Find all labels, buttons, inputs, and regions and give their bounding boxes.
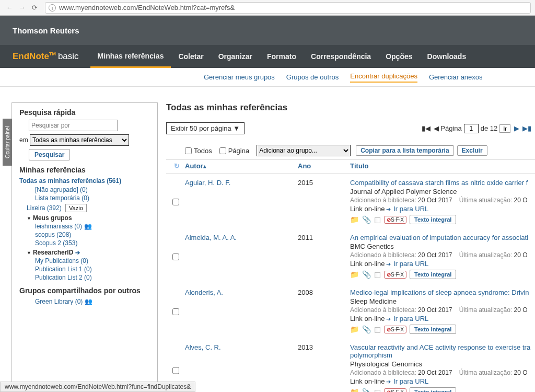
address-bar[interactable]: i www.myendnoteweb.com/EndNoteWeb.html?c… bbox=[45, 2, 531, 14]
search-button[interactable]: Pesquisar bbox=[29, 149, 70, 160]
subnav-find-duplicates[interactable]: Encontrar duplicações bbox=[350, 72, 417, 83]
first-page-icon[interactable]: ▮◀ bbox=[422, 124, 431, 132]
empty-trash-button[interactable]: Vazio bbox=[65, 204, 87, 212]
add-to-group-select[interactable]: Adicionar ao grupo... bbox=[257, 145, 351, 156]
nav-options[interactable]: Opções bbox=[378, 45, 420, 68]
researcherid-header[interactable]: ▼ResearcherID ➔ bbox=[27, 249, 150, 256]
col-title-header[interactable]: Título bbox=[350, 162, 535, 170]
nav-organize[interactable]: Organizar bbox=[211, 45, 260, 68]
search-scope-select[interactable]: Todas as minhas referências bbox=[30, 134, 129, 146]
col-year-header[interactable]: Ano bbox=[298, 162, 350, 170]
ref-meta: Adicionado à biblioteca: 20 Oct 2017 Últ… bbox=[350, 306, 535, 314]
sfx-button[interactable]: ⊘S·F·X bbox=[384, 388, 406, 393]
subnav-others-groups[interactable]: Grupos de outros bbox=[286, 73, 339, 81]
go-to-url-link[interactable]: Ir para URL bbox=[393, 260, 428, 268]
page-title: Todas as minhas referências bbox=[166, 102, 535, 113]
info-icon[interactable]: i bbox=[49, 4, 56, 11]
shared-green-library[interactable]: Green Library (0)👥 bbox=[35, 298, 150, 305]
folder-icon[interactable]: 📁 bbox=[350, 325, 359, 333]
ref-title-link[interactable]: Medico-legal implications of sleep apnoe… bbox=[350, 289, 529, 296]
rid-pub-list-2[interactable]: Publication List 2 (0) bbox=[35, 274, 150, 281]
rid-my-publications[interactable]: My Publications (0) bbox=[35, 257, 150, 264]
ref-author-link[interactable]: Almeida, M. A. A. bbox=[185, 234, 237, 241]
arrow-right-icon: ➔ bbox=[75, 249, 80, 256]
nav-match[interactable]: Correspondência bbox=[304, 45, 378, 68]
group-leishmaniasis[interactable]: leishmaniasis (0)👥 bbox=[35, 223, 150, 230]
go-to-url-link[interactable]: Ir para URL bbox=[393, 377, 428, 385]
brand-bar: Thomson Reuters bbox=[0, 16, 535, 45]
sidebar-temp-list[interactable]: Lista temporária (0) bbox=[35, 194, 150, 202]
chart-icon[interactable]: ▥ bbox=[374, 388, 381, 392]
sidebar-all-refs[interactable]: Todas as minhas referências (561) bbox=[19, 177, 150, 185]
chart-icon[interactable]: ▥ bbox=[374, 270, 381, 279]
nav-format[interactable]: Formato bbox=[260, 45, 304, 68]
select-all-checkbox[interactable] bbox=[185, 147, 192, 154]
sfx-button[interactable]: ⊘S·F·X bbox=[384, 326, 406, 333]
rid-pub-list-1[interactable]: Publication List 1 (0) bbox=[35, 266, 150, 273]
full-text-button[interactable]: Texto integral bbox=[410, 215, 456, 224]
group-scopus[interactable]: scopus (208) bbox=[35, 231, 150, 238]
ref-author-link[interactable]: Aguiar, H. D. F. bbox=[185, 179, 230, 187]
attachment-icon[interactable]: 📎 bbox=[362, 270, 371, 279]
attachment-icon[interactable]: 📎 bbox=[362, 325, 371, 333]
ref-title-link[interactable]: Compatibility of cassava starch films as… bbox=[350, 179, 528, 187]
table-header: ↻ Autor▴ Ano Título bbox=[166, 160, 535, 174]
ref-checkbox[interactable] bbox=[172, 235, 179, 279]
refresh-icon[interactable]: ↻ bbox=[174, 162, 180, 170]
col-author-header[interactable]: Autor bbox=[185, 162, 203, 170]
ref-title-link[interactable]: An empirical evaluation of imputation ac… bbox=[350, 234, 528, 241]
ref-author-link[interactable]: Alves, C. R. bbox=[185, 343, 221, 351]
copy-temp-button[interactable]: Copiar para a lista temporária bbox=[356, 145, 453, 156]
hide-panel-button[interactable]: Ocultar painel bbox=[3, 119, 12, 166]
folder-icon[interactable]: 📁 bbox=[350, 215, 359, 224]
nav-downloads[interactable]: Downloads bbox=[420, 45, 474, 68]
select-page-checkbox[interactable] bbox=[219, 147, 226, 154]
page-label: Página bbox=[440, 124, 461, 132]
ref-tool-row: 📁 📎 ▥ ⊘S·F·X Texto integral bbox=[350, 387, 535, 392]
go-to-url-link[interactable]: Ir para URL bbox=[393, 315, 428, 322]
page-input[interactable] bbox=[464, 124, 479, 133]
ref-title-link[interactable]: Vascular reactivity and ACE activity res… bbox=[350, 343, 530, 351]
full-text-button[interactable]: Texto integral bbox=[410, 270, 456, 279]
sidebar-unfiled[interactable]: [Não agrupado] (0) bbox=[35, 186, 150, 193]
sidebar-trash[interactable]: Lixeira (392) bbox=[27, 204, 62, 212]
search-input[interactable] bbox=[29, 120, 118, 131]
search-scope-label: em bbox=[19, 136, 28, 144]
sfx-button[interactable]: ⊘S·F·X bbox=[384, 216, 406, 224]
full-text-button[interactable]: Texto integral bbox=[410, 387, 456, 392]
subnav-manage-attachments[interactable]: Gerenciar anexos bbox=[429, 73, 483, 81]
per-page-select[interactable]: Exibir 50 por página ▼ bbox=[166, 122, 245, 134]
reload-button[interactable]: ⟳ bbox=[29, 3, 40, 13]
prev-page-icon[interactable]: ◀ bbox=[434, 124, 439, 132]
ref-author-link[interactable]: Alonderis, A. bbox=[185, 289, 223, 296]
ref-link-online: Link on-line➔ Ir para URL bbox=[350, 315, 535, 322]
my-groups-header[interactable]: ▼Meus grupos bbox=[27, 214, 150, 222]
attachment-icon[interactable]: 📎 bbox=[362, 388, 371, 392]
forward-button[interactable]: → bbox=[17, 3, 27, 13]
logo[interactable]: EndNoteTMbasic bbox=[13, 51, 79, 62]
go-button[interactable]: Ir bbox=[499, 124, 510, 133]
ref-checkbox[interactable] bbox=[172, 290, 179, 334]
nav-my-references[interactable]: Minhas referências bbox=[90, 45, 171, 68]
folder-icon[interactable]: 📁 bbox=[350, 270, 359, 279]
attachment-icon[interactable]: 📎 bbox=[362, 215, 371, 224]
ref-link-online: Link on-line➔ Ir para URL bbox=[350, 260, 535, 268]
group-scopus2[interactable]: Scopus 2 (353) bbox=[35, 239, 150, 247]
last-page-icon[interactable]: ▶▮ bbox=[522, 124, 531, 132]
go-to-url-link[interactable]: Ir para URL bbox=[393, 205, 428, 213]
subnav-manage-groups[interactable]: Gerenciar meus grupos bbox=[204, 73, 275, 81]
sfx-button[interactable]: ⊘S·F·X bbox=[384, 271, 406, 279]
chart-icon[interactable]: ▥ bbox=[374, 325, 381, 333]
chart-icon[interactable]: ▥ bbox=[374, 215, 381, 224]
ref-tool-row: 📁 📎 ▥ ⊘S·F·X Texto integral bbox=[350, 215, 535, 224]
nav-collect[interactable]: Coletar bbox=[171, 45, 211, 68]
full-text-button[interactable]: Texto integral bbox=[410, 325, 456, 334]
ref-checkbox[interactable] bbox=[172, 180, 179, 224]
reference-row: Alves, C. R.2013Vascular reactivity and … bbox=[166, 338, 535, 392]
action-row: Todos Página Adicionar ao grupo... Copia… bbox=[166, 143, 535, 160]
back-button[interactable]: ← bbox=[4, 3, 15, 13]
ref-title-link[interactable]: polymorphism bbox=[350, 351, 392, 359]
delete-button[interactable]: Excluir bbox=[457, 145, 487, 156]
next-page-icon[interactable]: ▶ bbox=[514, 124, 519, 132]
folder-icon[interactable]: 📁 bbox=[350, 388, 359, 392]
